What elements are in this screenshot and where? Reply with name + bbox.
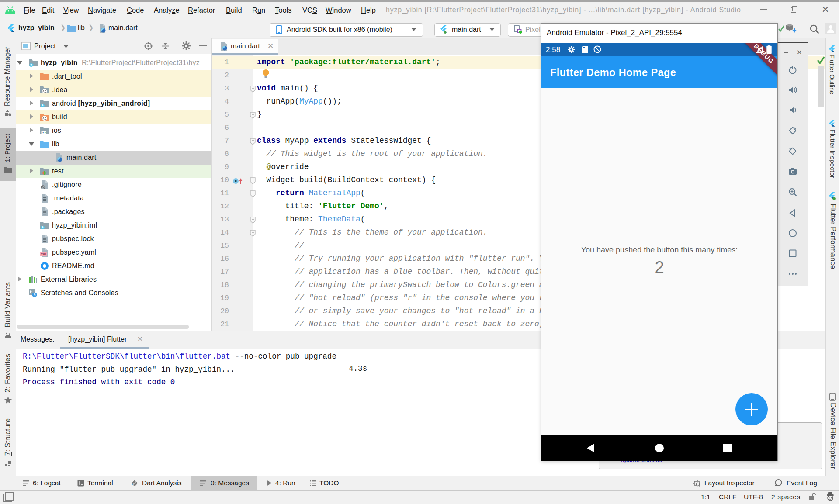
svg-text:YML: YML: [41, 253, 47, 256]
